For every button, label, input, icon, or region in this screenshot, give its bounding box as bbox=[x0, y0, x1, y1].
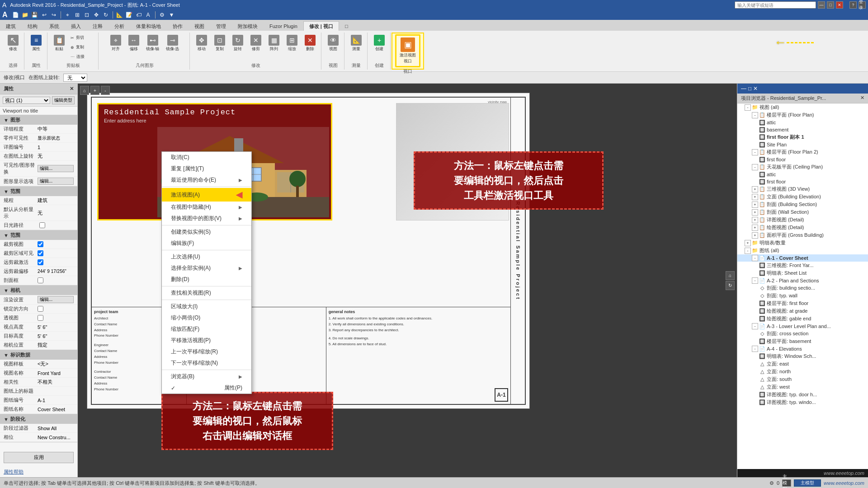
ctx-last-select[interactable]: 上次选择(U) bbox=[162, 251, 251, 263]
ribbon-btn-paste[interactable]: 📋 粘贴 bbox=[51, 33, 67, 61]
ctx-repeat[interactable]: 重复 [属性](T) bbox=[162, 163, 251, 174]
tree-north-elev[interactable]: △ 立面: north bbox=[737, 368, 868, 375]
tab-分析[interactable]: 分析 bbox=[108, 21, 130, 31]
tab-视图[interactable]: 视图 bbox=[189, 21, 210, 31]
browser-close-icon[interactable]: ✕ bbox=[860, 95, 864, 102]
login-button[interactable]: 登录 bbox=[859, 1, 866, 9]
phase-section-header[interactable]: ▼ 阶段化 bbox=[0, 414, 77, 424]
ctx-find-views[interactable]: 查找相关视图(R) bbox=[162, 287, 251, 299]
ctx-create-similar[interactable]: 创建类似实例(S) bbox=[162, 226, 251, 238]
qa-annotate[interactable]: 📝 bbox=[125, 11, 133, 19]
tree-ceiling-plan[interactable]: - 📋 天花板平面 (Ceiling Plan) bbox=[737, 163, 868, 171]
tree-gross[interactable]: + 📋 面积平面 (Gross Building) bbox=[737, 231, 868, 239]
ribbon-btn-mirror-pick[interactable]: ⊸ 镜像-选 bbox=[164, 33, 182, 53]
tree-gable-end[interactable]: 🔲 绘图视图: gable end bbox=[737, 315, 868, 323]
tree-floor-plan[interactable]: - 📋 楼层平面 (Floor Plan) bbox=[737, 111, 868, 119]
qa-settings[interactable]: ⚙ bbox=[158, 11, 166, 19]
ctx-properties[interactable]: ✓属性(P) bbox=[162, 382, 251, 394]
model-btn[interactable]: 主模型 bbox=[782, 479, 791, 487]
sun-path-checkbox[interactable] bbox=[39, 222, 45, 228]
ctx-activate-view[interactable]: 激活视图(A) ◀ bbox=[162, 188, 251, 202]
main-model-btn[interactable]: 主模型 bbox=[794, 479, 821, 487]
ribbon-btn-offset[interactable]: ↔ 偏移 bbox=[126, 33, 142, 53]
tree-typ-wall[interactable]: ◇ 剖面: typ. wall bbox=[737, 292, 868, 300]
tab-协作[interactable]: 协作 bbox=[167, 21, 189, 31]
tree-first-floor-plan[interactable]: 🔲 楼层平面: first floor bbox=[737, 300, 868, 307]
ctx-cancel[interactable]: 取消(C) bbox=[162, 152, 251, 163]
qa-copy[interactable]: ⊡ bbox=[83, 11, 91, 19]
tree-west-elev[interactable]: △ 立面: west bbox=[737, 383, 868, 391]
tab-结构[interactable]: 结构 bbox=[22, 21, 43, 31]
maximize-button[interactable]: □ bbox=[827, 1, 834, 9]
ribbon-btn-array[interactable]: ▦ 阵列 bbox=[266, 33, 282, 53]
ribbon-btn-align[interactable]: ⌖ 对齐 bbox=[108, 33, 124, 53]
tab-系统[interactable]: 系统 bbox=[43, 21, 65, 31]
ribbon-btn-modify[interactable]: ↖ 修改 bbox=[5, 33, 21, 53]
nav-orbit[interactable]: ↻ bbox=[726, 281, 735, 290]
section-box-checkbox[interactable] bbox=[38, 277, 43, 283]
help-button[interactable]: ? bbox=[849, 1, 857, 9]
tree-ceiling-first[interactable]: 🔲 first floor bbox=[737, 178, 868, 185]
ctx-zoom-half[interactable]: 缩小两倍(O) bbox=[162, 312, 251, 324]
ribbon-btn-cut[interactable]: ✂ 剪切 bbox=[68, 33, 95, 42]
tree-wall-section[interactable]: + 📋 剖面 (Wall Section) bbox=[737, 208, 868, 216]
tree-views-all[interactable]: - 📁 视图 (all) bbox=[737, 103, 868, 111]
nav-home-side[interactable]: ⌂ bbox=[726, 271, 735, 280]
qa-save[interactable]: 💾 bbox=[31, 11, 39, 19]
ribbon-btn-copy[interactable]: ⊕ 复制 bbox=[68, 43, 95, 52]
tree-3d-view[interactable]: + 📋 三维视图 (3D View) bbox=[737, 185, 868, 193]
viewport-type-dropdown[interactable]: 视口 (1) bbox=[3, 97, 50, 104]
identity-section-header[interactable]: ▼ 标识数据 bbox=[0, 350, 77, 360]
close-button[interactable]: ✕ bbox=[836, 1, 843, 9]
nav-zoom-in[interactable]: + bbox=[90, 86, 99, 95]
tree-schedules[interactable]: + 📁 明细表/数量 bbox=[737, 239, 868, 247]
edit-type-button[interactable]: 编辑类型 bbox=[52, 96, 75, 104]
qa-new[interactable]: 📄 bbox=[12, 11, 20, 19]
panel-close-btn[interactable]: ✕ bbox=[753, 85, 758, 92]
tree-sheet-list[interactable]: 🔲 明细表: Sheet List bbox=[737, 269, 868, 277]
panel-max-btn[interactable]: □ bbox=[748, 85, 751, 92]
ctx-browser[interactable]: 浏览器(B)▶ bbox=[162, 371, 251, 382]
crop-view-checkbox[interactable] bbox=[38, 241, 43, 247]
ctx-delete[interactable]: 删除(D) bbox=[162, 274, 251, 285]
ribbon-btn-delete[interactable]: ✕ 删除 bbox=[302, 33, 318, 53]
tree-elevation[interactable]: + 📋 立面 (Building Elevation) bbox=[737, 193, 868, 201]
camera-section-header[interactable]: ▼ 相机 bbox=[0, 286, 77, 295]
tree-site-plan[interactable]: 🔲 Site Plan bbox=[737, 141, 868, 148]
ctx-prev-pan[interactable]: 上一次平移/缩放(R) bbox=[162, 346, 251, 357]
properties-link[interactable]: 属性帮助 bbox=[0, 467, 77, 477]
ctx-zoom-region[interactable]: 区域放大(I) bbox=[162, 301, 251, 312]
tree-ceiling-attic[interactable]: 🔲 attic bbox=[737, 171, 868, 178]
crop-section-header[interactable]: ▼ 范围 bbox=[0, 230, 77, 240]
tab-modify-viewport[interactable]: 修改 | 视口 bbox=[303, 21, 339, 31]
panel-minus-btn[interactable]: — bbox=[741, 85, 746, 92]
ribbon-btn-rotate[interactable]: ↻ 旋转 bbox=[230, 33, 246, 53]
tree-floor-plan2[interactable]: - 📋 楼层平面 (Floor Plan 2) bbox=[737, 148, 868, 156]
nav-zoom-out[interactable]: - bbox=[101, 86, 110, 95]
qa-open[interactable]: 📁 bbox=[21, 11, 29, 19]
ribbon-btn-properties[interactable]: ≡ 属性 bbox=[28, 33, 44, 53]
tab-建筑[interactable]: 建筑 bbox=[0, 21, 22, 31]
qa-rotate[interactable]: ↻ bbox=[102, 11, 110, 19]
tree-a3-sheet[interactable]: - 📄 A-3 - Lower Level Plan and... bbox=[737, 323, 868, 330]
ribbon-btn-trim[interactable]: ✕ 修剪 bbox=[248, 33, 264, 53]
tree-basement-plan[interactable]: 🔲 楼层平面: basement bbox=[737, 338, 868, 345]
tab-管理[interactable]: 管理 bbox=[210, 21, 232, 31]
ribbon-btn-measure[interactable]: 📐 测量 bbox=[348, 33, 364, 53]
lock-orient-checkbox[interactable] bbox=[38, 306, 43, 312]
crop-visible-checkbox[interactable] bbox=[38, 250, 43, 256]
qa-text[interactable]: A bbox=[144, 11, 152, 19]
tree-window-sched[interactable]: 🔲 明细表: Window Sch... bbox=[737, 352, 868, 360]
ctx-next-pan[interactable]: 下一次平移/缩放(N) bbox=[162, 357, 251, 369]
tree-window-detail[interactable]: 🔲 详图视图: typ. windo... bbox=[737, 399, 868, 406]
qa-offset[interactable]: ⊞ bbox=[73, 11, 81, 19]
tree-cross-sect[interactable]: ◇ 剖面: cross section bbox=[737, 330, 868, 338]
tree-at-grade[interactable]: 🔲 绘图视图: at grade bbox=[737, 307, 868, 315]
ribbon-btn-create[interactable]: + 创建 bbox=[371, 33, 387, 53]
tab-more[interactable]: □ bbox=[339, 21, 354, 31]
ribbon-btn-connect[interactable]: ⋯ 连接 bbox=[68, 52, 95, 61]
tab-fuzor[interactable]: Fuzor Plugin bbox=[264, 21, 303, 31]
tab-体量和场地[interactable]: 体量和场地 bbox=[130, 21, 167, 31]
qa-measure[interactable]: 📐 bbox=[116, 11, 124, 19]
graphics-section-header[interactable]: ▼ 图形 bbox=[0, 115, 77, 125]
